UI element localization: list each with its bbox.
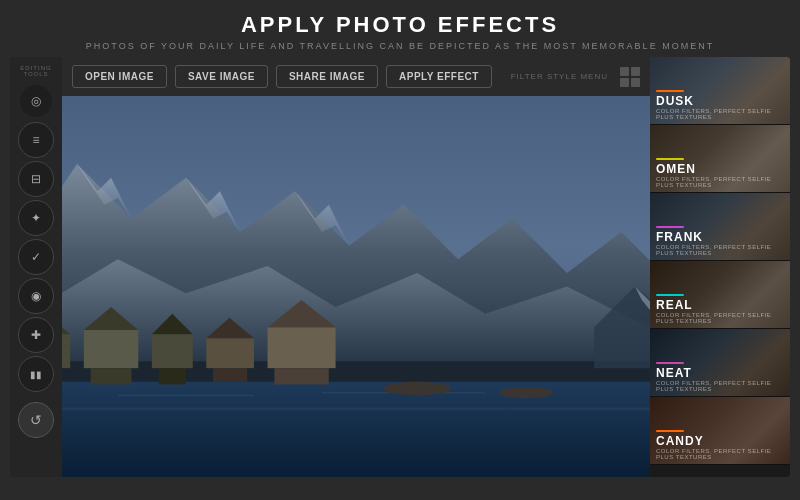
- svg-rect-17: [91, 368, 132, 384]
- filter-accent-real: [656, 294, 684, 296]
- filter-accent-frank: [656, 226, 684, 228]
- svg-rect-20: [159, 368, 186, 384]
- save-image-button[interactable]: SAVE IMAGE: [175, 65, 268, 88]
- grid-view-icon[interactable]: [620, 67, 640, 87]
- page-subtitle: PHOTOS OF YOUR DAILY LIFE AND TRAVELLING…: [0, 41, 800, 51]
- filter-name-real: REAL: [656, 298, 784, 312]
- share-image-button[interactable]: SHARE IMAGE: [276, 65, 378, 88]
- left-toolbar: EDITING TOOLS ◎ ≡ ⊟ ✦ ✓ ◉ ✚: [10, 57, 62, 477]
- filter-name-candy: CANDY: [656, 434, 784, 448]
- svg-rect-12: [62, 334, 70, 368]
- star-icon: ✦: [31, 211, 41, 225]
- filter-desc-frank: COLOR FILTERS, PERFECT SELFIE PLUS TEXTU…: [656, 244, 784, 256]
- filter-style-label: FILTER STYLE MENU: [511, 72, 608, 81]
- filter-overlay-dusk: DUSKCOLOR FILTERS, PERFECT SELFIE PLUS T…: [650, 57, 790, 124]
- filter-name-neat: NEAT: [656, 366, 784, 380]
- filter-overlay-frank: FRANKCOLOR FILTERS, PERFECT SELFIE PLUS …: [650, 193, 790, 260]
- filter-accent-omen: [656, 158, 684, 160]
- svg-point-27: [383, 382, 451, 396]
- filter-item-frank[interactable]: FRANKCOLOR FILTERS, PERFECT SELFIE PLUS …: [650, 193, 790, 261]
- horizontal-lines-icon: ≡: [32, 133, 39, 147]
- filter-overlay-real: REALCOLOR FILTERS, PERFECT SELFIE PLUS T…: [650, 261, 790, 328]
- plus-icon: ✚: [31, 328, 41, 342]
- filter-accent-neat: [656, 362, 684, 364]
- filter-desc-real: COLOR FILTERS, PERFECT SELFIE PLUS TEXTU…: [656, 312, 784, 324]
- sliders-icon: ⊟: [31, 172, 41, 186]
- open-image-button[interactable]: OPEN IMAGE: [72, 65, 167, 88]
- bars-tool[interactable]: ▮▮: [18, 356, 54, 392]
- photo-area: [62, 96, 650, 477]
- svg-rect-15: [84, 330, 138, 368]
- filter-desc-dusk: COLOR FILTERS, PERFECT SELFIE PLUS TEXTU…: [656, 108, 784, 120]
- apply-effect-button[interactable]: APPLY EFFECT: [386, 65, 492, 88]
- star-tool[interactable]: ✦: [18, 200, 54, 236]
- main-area: EDITING TOOLS ◎ ≡ ⊟ ✦ ✓ ◉ ✚: [10, 57, 790, 477]
- undo-icon: ↺: [30, 412, 42, 428]
- top-toolbar: OPEN IMAGE SAVE IMAGE SHARE IMAGE APPLY …: [62, 57, 650, 96]
- filter-accent-candy: [656, 430, 684, 432]
- svg-rect-21: [206, 338, 254, 368]
- mountains-svg: [62, 96, 650, 477]
- svg-rect-18: [152, 334, 193, 368]
- filter-name-dusk: DUSK: [656, 94, 784, 108]
- color-wheel-icon: ◎: [31, 94, 41, 108]
- filter-name-omen: OMEN: [656, 162, 784, 176]
- filter-desc-candy: COLOR FILTERS, PERFECT SELFIE PLUS TEXTU…: [656, 448, 784, 460]
- filter-desc-neat: COLOR FILTERS, PERFECT SELFIE PLUS TEXTU…: [656, 380, 784, 392]
- sliders-tool[interactable]: ⊟: [18, 161, 54, 197]
- filter-desc-omen: COLOR FILTERS, PERFECT SELFIE PLUS TEXTU…: [656, 176, 784, 188]
- filter-item-neat[interactable]: NEATCOLOR FILTERS, PERFECT SELFIE PLUS T…: [650, 329, 790, 397]
- svg-rect-26: [274, 368, 328, 384]
- page-title: APPLY PHOTO EFFECTS: [0, 12, 800, 38]
- filter-item-omen[interactable]: OMENCOLOR FILTERS, PERFECT SELFIE PLUS T…: [650, 125, 790, 193]
- svg-point-28: [499, 387, 553, 398]
- filter-overlay-omen: OMENCOLOR FILTERS, PERFECT SELFIE PLUS T…: [650, 125, 790, 192]
- svg-rect-24: [268, 327, 336, 368]
- header: APPLY PHOTO EFFECTS PHOTOS OF YOUR DAILY…: [0, 0, 800, 57]
- right-filter-panel: DUSKCOLOR FILTERS, PERFECT SELFIE PLUS T…: [650, 57, 790, 477]
- lines-tool[interactable]: ≡: [18, 122, 54, 158]
- checkmark-icon: ✓: [31, 250, 41, 264]
- circle-tool[interactable]: ◉: [18, 278, 54, 314]
- editing-tools-label: EDITING TOOLS: [10, 65, 62, 77]
- filter-item-candy[interactable]: CANDYCOLOR FILTERS, PERFECT SELFIE PLUS …: [650, 397, 790, 465]
- filter-overlay-candy: CANDYCOLOR FILTERS, PERFECT SELFIE PLUS …: [650, 397, 790, 464]
- filter-item-dusk[interactable]: DUSKCOLOR FILTERS, PERFECT SELFIE PLUS T…: [650, 57, 790, 125]
- center-content: OPEN IMAGE SAVE IMAGE SHARE IMAGE APPLY …: [62, 57, 650, 477]
- svg-rect-23: [213, 368, 247, 382]
- photo-canvas: [62, 96, 650, 477]
- filter-item-real[interactable]: REALCOLOR FILTERS, PERFECT SELFIE PLUS T…: [650, 261, 790, 329]
- check-tool[interactable]: ✓: [18, 239, 54, 275]
- color-wheel-tool[interactable]: ◎: [18, 83, 54, 119]
- bars-icon: ▮▮: [30, 369, 42, 380]
- filter-name-frank: FRANK: [656, 230, 784, 244]
- undo-button[interactable]: ↺: [18, 402, 54, 438]
- tool-icons: ◎ ≡ ⊟ ✦ ✓ ◉ ✚ ▮▮: [18, 83, 54, 392]
- filter-overlay-neat: NEATCOLOR FILTERS, PERFECT SELFIE PLUS T…: [650, 329, 790, 396]
- circle-dot-icon: ◉: [31, 289, 41, 303]
- plus-tool[interactable]: ✚: [18, 317, 54, 353]
- filter-accent-dusk: [656, 90, 684, 92]
